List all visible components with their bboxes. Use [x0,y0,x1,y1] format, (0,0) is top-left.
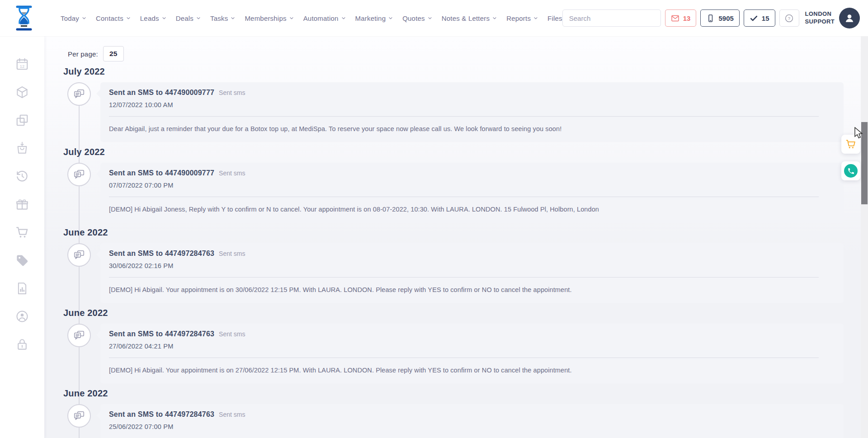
account-circle-icon [15,310,29,323]
avatar[interactable] [839,8,860,28]
sms-badge[interactable]: 5905 [700,9,739,27]
event-type-label: Sent sms [219,88,245,97]
mail-badge[interactable]: 13 [665,9,697,27]
per-page-select[interactable]: 25 [103,46,124,61]
month-heading: July 2022 [63,146,861,157]
sms-event-card[interactable]: Sent an SMS to 447490009777 Sent sms 07/… [100,163,844,222]
chevron-down-icon [230,15,236,21]
per-page-control: Per page: 25 [68,46,861,61]
card-divider [109,197,819,197]
user-menu[interactable]: LONDON SUPPORT [805,8,860,28]
timeline-group: July 2022 Sent an SMS to 447490009777 Se… [63,66,861,142]
nav-item-label: Quotes [402,14,425,22]
event-datetime: 07/07/2022 07:00 PM [109,181,844,189]
help-button[interactable]: ? [779,9,799,27]
person-icon [844,12,855,24]
sidebar-item-lock[interactable] [15,338,29,351]
nav-item-today[interactable]: Today [61,14,87,22]
nav-item-memberships[interactable]: Memberships [245,14,294,22]
per-page-label: Per page: [68,50,98,58]
floating-cart-button[interactable] [841,135,860,154]
tasks-check-badge[interactable]: 15 [744,9,775,27]
sidebar-item-cart[interactable] [15,226,29,239]
month-heading: June 2022 [63,227,861,238]
sidebar-item-price-tag[interactable] [15,254,29,267]
nav-item-files[interactable]: Files [547,14,562,22]
vertical-scrollbar[interactable] [861,36,868,438]
sidebar-item-gift[interactable] [15,198,29,211]
nav-item-label: Marketing [355,14,386,22]
sms-bubbles-icon [73,88,85,100]
floating-phone-button[interactable] [841,161,860,180]
card-divider [109,277,819,278]
nav-item-contacts[interactable]: Contacts [96,14,131,22]
svg-text:?: ? [788,16,790,21]
top-navbar: TodayContactsLeadsDealsTasksMembershipsA… [0,0,868,36]
month-heading: July 2022 [63,66,861,77]
event-title: Sent an SMS to 447490009777 [109,88,214,97]
sms-message-text: Dear Abigail, just a reminder that your … [109,125,844,133]
chevron-down-icon [388,15,393,21]
sms-message-text: [DEMO] Hi Abigail. Your appointment is o… [109,286,844,294]
question-circle-icon: ? [784,14,794,23]
nav-item-leads[interactable]: Leads [140,14,167,22]
nav-item-label: Notes & Letters [442,14,490,22]
nav-item-deals[interactable]: Deals [176,14,201,22]
month-heading: June 2022 [63,307,861,318]
event-datetime: 12/07/2022 10:00 AM [109,101,844,109]
mobile-icon [706,14,715,23]
chevron-down-icon [341,15,346,21]
sidebar-item-account-circle[interactable] [15,310,29,323]
sidebar-item-report-chart[interactable] [15,282,29,295]
nav-item-label: Tasks [210,14,228,22]
gift-icon [15,198,29,211]
sms-event-node [67,243,91,267]
sms-event-card[interactable]: Sent an SMS to 447497284763 Sent sms 25/… [100,404,844,438]
sidebar-item-package-cube[interactable] [15,85,29,99]
header-right: 13 5905 15 ? LONDON SUPPORT [562,8,868,28]
report-chart-icon [15,282,29,295]
sidebar-item-calendar[interactable]: 12 [15,57,29,71]
sms-bubbles-icon [73,169,85,180]
event-title: Sent an SMS to 447497284763 [109,330,214,339]
scrollbar-thumb[interactable] [861,122,868,204]
sms-event-card[interactable]: Sent an SMS to 447497284763 Sent sms 30/… [100,243,844,303]
nav-item-reports[interactable]: Reports [506,14,538,22]
nav-item-label: Automation [303,14,339,22]
sms-bubbles-icon [73,330,85,341]
user-name: LONDON SUPPORT [805,10,835,26]
sidebar-item-history[interactable] [15,170,29,183]
main-nav: TodayContactsLeadsDealsTasksMembershipsA… [61,14,562,22]
nav-item-notes-letters[interactable]: Notes & Letters [442,14,497,22]
event-type-label: Sent sms [219,249,245,258]
event-datetime: 27/06/2022 04:21 PM [109,342,844,350]
sms-event-node [67,404,91,428]
nav-item-marketing[interactable]: Marketing [355,14,394,22]
nav-item-label: Leads [140,14,159,22]
search-input[interactable] [563,10,665,26]
sidebar-item-shopping-bag[interactable] [15,141,29,155]
card-divider [109,116,819,117]
lock-icon [15,338,29,351]
sidebar-item-copy-squares[interactable] [15,113,29,127]
app-logo-hourglass-icon[interactable] [15,5,33,31]
event-title: Sent an SMS to 447490009777 [109,169,214,178]
sms-event-node [67,324,91,347]
event-title: Sent an SMS to 447497284763 [109,410,214,419]
sms-bubbles-icon [73,249,85,261]
nav-item-tasks[interactable]: Tasks [210,14,236,22]
card-divider [109,358,819,358]
sms-event-card[interactable]: Sent an SMS to 447490009777 Sent sms 12/… [100,82,844,142]
sms-event-node [67,82,91,106]
month-heading: June 2022 [63,388,861,399]
chevron-down-icon [196,15,201,21]
nav-item-quotes[interactable]: Quotes [402,14,433,22]
tasks-badge-count: 15 [762,14,769,22]
nav-item-label: Contacts [96,14,123,22]
event-datetime: 30/06/2022 02:16 PM [109,262,844,270]
event-title: Sent an SMS to 447497284763 [109,249,214,258]
nav-item-automation[interactable]: Automation [303,14,346,22]
svg-text:12: 12 [20,64,24,69]
sms-event-card[interactable]: Sent an SMS to 447497284763 Sent sms 27/… [100,324,844,383]
chevron-down-icon [81,15,87,21]
